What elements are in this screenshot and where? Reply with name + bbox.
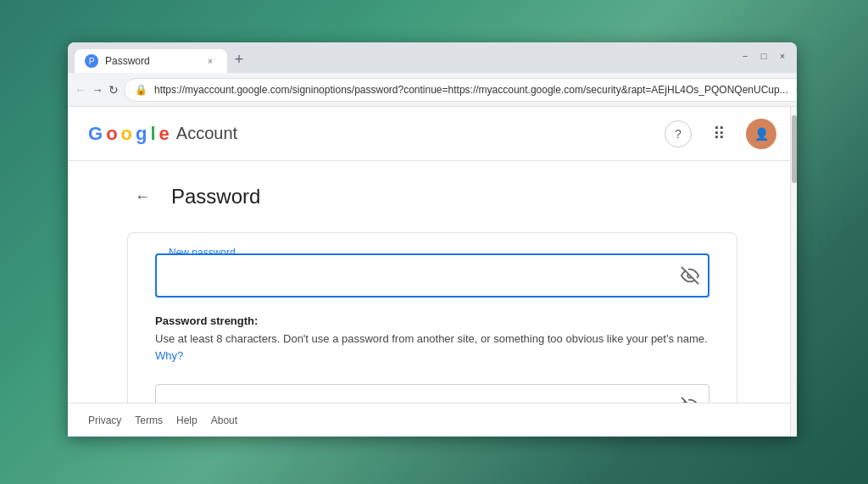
- browser-window: P Password × + − □ × ← → ↻ 🔒 https://mya…: [68, 42, 797, 437]
- privacy-link[interactable]: Privacy: [88, 414, 121, 426]
- forward-nav-button[interactable]: →: [92, 78, 103, 102]
- why-link[interactable]: Why?: [155, 349, 183, 362]
- back-nav-button[interactable]: ←: [75, 78, 86, 102]
- minimize-button[interactable]: −: [737, 48, 753, 64]
- close-button[interactable]: ×: [775, 48, 790, 64]
- new-password-wrapper: [155, 253, 709, 298]
- logo-o2: o: [121, 123, 132, 145]
- lock-icon: 🔒: [135, 84, 147, 96]
- logo-l: l: [150, 123, 155, 145]
- google-header: Google Account ? ⠿ 👤: [68, 107, 797, 161]
- back-button[interactable]: ←: [127, 181, 158, 212]
- maximize-button[interactable]: □: [756, 48, 771, 64]
- password-card: New password: [127, 232, 737, 403]
- window-controls: − □ ×: [737, 48, 790, 64]
- active-tab[interactable]: P Password ×: [75, 49, 227, 73]
- title-bar: P Password × + − □ ×: [68, 42, 797, 73]
- new-tab-button[interactable]: +: [227, 47, 251, 71]
- new-password-input[interactable]: [155, 253, 709, 298]
- toggle-new-password-button[interactable]: [681, 266, 699, 285]
- address-bar: ← → ↻ 🔒 https://myaccount.google.com/sig…: [68, 73, 797, 107]
- page-footer: Privacy Terms Help About: [68, 403, 797, 437]
- page-header: ← Password: [127, 181, 737, 212]
- about-link[interactable]: About: [211, 414, 237, 426]
- strength-title: Password strength:: [155, 314, 709, 327]
- eye-off-icon-confirm: [681, 397, 699, 403]
- toggle-confirm-password-button[interactable]: [681, 397, 699, 403]
- page-title: Password: [171, 185, 260, 209]
- header-right: ? ⠿ 👤: [665, 117, 776, 151]
- apps-button[interactable]: ⠿: [702, 117, 736, 151]
- password-strength-section: Password strength: Use at least 8 charac…: [155, 311, 709, 367]
- tab-favicon: P: [85, 54, 98, 68]
- confirm-password-field-container: Confirm new password: [155, 384, 709, 403]
- tab-bar: P Password × +: [75, 42, 737, 73]
- confirm-password-wrapper: Confirm new password: [155, 384, 709, 403]
- avatar-initial: 👤: [754, 127, 769, 141]
- tab-close-button[interactable]: ×: [203, 54, 217, 68]
- page-content: Google Account ? ⠿ 👤 ← Password: [68, 107, 797, 437]
- reload-button[interactable]: ↻: [108, 78, 119, 102]
- logo-o1: o: [106, 123, 117, 145]
- scrollbar-track: [790, 107, 797, 437]
- terms-link[interactable]: Terms: [135, 414, 163, 426]
- url-bar[interactable]: 🔒 https://myaccount.google.com/signinopt…: [124, 78, 797, 102]
- user-avatar[interactable]: 👤: [746, 119, 776, 149]
- logo-G: G: [88, 123, 103, 145]
- logo-g: g: [136, 123, 147, 145]
- help-link[interactable]: Help: [176, 414, 198, 426]
- google-logo: Google Account: [88, 123, 237, 145]
- account-label: Account: [176, 124, 237, 143]
- tab-title: Password: [105, 55, 197, 67]
- confirm-password-input[interactable]: [155, 384, 709, 403]
- logo-e: e: [159, 123, 170, 145]
- main-area: ← Password New password: [68, 161, 797, 403]
- strength-description: Use at least 8 characters. Don't use a p…: [155, 331, 709, 364]
- scrollbar-thumb[interactable]: [792, 115, 797, 183]
- password-page: ← Password New password: [127, 161, 737, 403]
- help-button[interactable]: ?: [665, 120, 692, 147]
- new-password-field-container: New password: [155, 253, 709, 298]
- bookmark-icon[interactable]: ☆: [795, 83, 797, 97]
- url-text: https://myaccount.google.com/signinoptio…: [154, 84, 788, 96]
- eye-off-icon: [681, 266, 699, 285]
